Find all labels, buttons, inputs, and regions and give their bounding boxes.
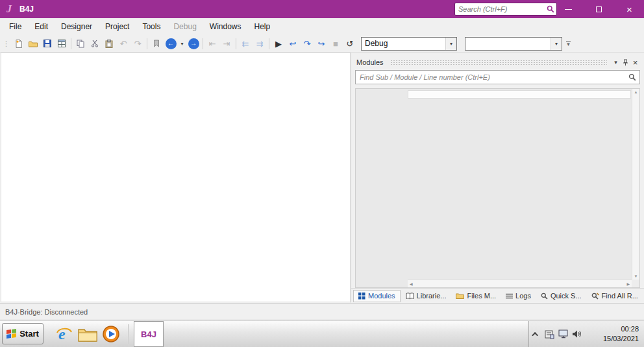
tab-label: Find All R... <box>602 292 638 300</box>
display-icon[interactable] <box>556 328 570 341</box>
panel-menu-button[interactable]: ▾ <box>611 58 621 67</box>
close-button[interactable]: × <box>615 0 644 18</box>
menu-project[interactable]: Project <box>99 19 136 34</box>
cut-button[interactable] <box>88 36 102 51</box>
menu-designer[interactable]: Designer <box>55 19 99 34</box>
quicklaunch-internet-explorer[interactable]: e <box>53 322 76 346</box>
tab-label: Librarie... <box>417 292 447 300</box>
maximize-button[interactable] <box>584 0 613 18</box>
minimize-button[interactable] <box>554 0 583 18</box>
show-hidden-icons-button[interactable] <box>529 328 543 341</box>
tray-app-icon[interactable] <box>543 328 556 341</box>
toolbar: ⋮ ↶ ↷ ← ▾ → ⇤ ⇥ ⇇ ⇉ ▶ ↩ ↷ ↪ ■ ↺ <box>0 35 644 53</box>
media-player-icon <box>102 325 120 343</box>
toolbar-overflow-button[interactable]: ▾ <box>566 41 571 46</box>
copy-button[interactable] <box>73 36 88 51</box>
menu-tools[interactable]: Tools <box>136 19 167 34</box>
quicklaunch-file-explorer[interactable] <box>76 322 99 346</box>
start-button[interactable]: Start <box>2 323 43 344</box>
open-project-button[interactable] <box>26 36 40 51</box>
modules-search-icon[interactable] <box>625 73 639 81</box>
indent-decrease-button: ⇤ <box>205 36 219 51</box>
taskbar-clock[interactable]: 00:28 15/03/2021 <box>603 324 644 344</box>
global-search-input[interactable] <box>455 5 545 13</box>
new-project-button[interactable] <box>12 36 26 51</box>
build-configuration-value: Debug <box>362 39 445 48</box>
step-out-button[interactable]: ↪ <box>314 36 328 51</box>
modules-search-box <box>355 70 640 84</box>
pin-icon <box>623 59 628 66</box>
navigate-forward-button[interactable]: → <box>186 36 201 51</box>
pin-button[interactable] <box>621 58 630 67</box>
libraries-book-icon <box>406 293 414 300</box>
panel-close-button[interactable]: × <box>630 58 640 67</box>
grid-icon <box>58 40 66 47</box>
files-folder-icon <box>456 293 464 299</box>
menu-debug: Debug <box>167 19 203 34</box>
combo-dropdown-icon[interactable]: ▾ <box>551 38 562 50</box>
menubar: File Edit Designer Project Tools Debug W… <box>0 18 644 35</box>
secondary-combo[interactable]: ▾ <box>465 37 562 51</box>
menu-help[interactable]: Help <box>248 19 277 34</box>
modules-panel: Modules ▾ × ▲ ▼ ◀ ▶ <box>351 53 644 303</box>
internet-explorer-icon: e <box>55 325 73 343</box>
find-all-references-icon <box>591 293 599 300</box>
start-label: Start <box>19 329 39 339</box>
menu-edit[interactable]: Edit <box>28 19 55 34</box>
taskbar-button-b4j[interactable]: B4J <box>134 321 164 347</box>
modules-empty-row <box>408 90 631 99</box>
clock-date: 15/03/2021 <box>603 334 639 344</box>
quicklaunch-media-player[interactable] <box>99 322 123 346</box>
tab-files-manager[interactable]: Files M... <box>451 290 501 302</box>
paste-button[interactable] <box>102 36 116 51</box>
scroll-up-icon[interactable]: ▲ <box>632 89 640 95</box>
scroll-right-icon[interactable]: ▶ <box>625 280 632 287</box>
modules-panel-title: Modules <box>356 58 384 66</box>
navigate-back-button[interactable]: ← <box>164 36 178 51</box>
task-button-label: B4J <box>141 329 156 339</box>
combo-dropdown-icon[interactable]: ▾ <box>445 38 456 50</box>
forward-circle-icon: → <box>188 38 199 49</box>
vertical-scrollbar[interactable]: ▲ ▼ <box>632 89 639 280</box>
close-icon: × <box>626 5 632 14</box>
toolbar-grip[interactable]: ⋮ <box>3 40 10 48</box>
modules-tree-area[interactable]: ▲ ▼ ◀ ▶ <box>355 88 640 288</box>
save-icon <box>43 40 51 47</box>
tab-libraries[interactable]: Librarie... <box>401 290 451 302</box>
menu-file[interactable]: File <box>3 19 28 34</box>
bridge-status-text: B4J-Bridge: Disconnected <box>5 308 88 316</box>
tab-find-all-references[interactable]: Find All R... <box>587 290 643 302</box>
modules-grid-button[interactable] <box>55 36 69 51</box>
rebuild-button[interactable]: ↺ <box>343 36 357 51</box>
panel-drag-texture[interactable] <box>390 60 607 66</box>
open-folder-icon <box>29 40 38 47</box>
tab-label: Files M... <box>467 292 496 300</box>
maximize-icon <box>596 6 602 12</box>
bookmark-button[interactable] <box>149 36 164 51</box>
tab-quick-search[interactable]: Quick S... <box>536 290 586 302</box>
volume-icon[interactable] <box>570 328 584 341</box>
horizontal-scrollbar[interactable]: ◀ ▶ <box>408 280 632 287</box>
save-button[interactable] <box>40 36 55 51</box>
explorer-folder-icon <box>78 326 97 342</box>
code-editor-area[interactable] <box>1 53 351 302</box>
titlebar: J B4J × <box>0 0 644 18</box>
system-tray: 00:28 15/03/2021 <box>528 321 644 347</box>
step-into-button[interactable]: ↩ <box>286 36 300 51</box>
back-history-dropdown[interactable]: ▾ <box>178 36 186 51</box>
tab-modules[interactable]: Modules <box>353 290 401 302</box>
window-title: B4J <box>19 5 34 14</box>
overflow-chevron-icon: ▾ <box>567 43 570 46</box>
step-over-button[interactable]: ↷ <box>300 36 314 51</box>
build-configuration-combo[interactable]: Debug ▾ <box>361 37 457 51</box>
uncomment-button: ⇉ <box>253 36 267 51</box>
scroll-down-icon[interactable]: ▼ <box>632 273 640 280</box>
copy-icon <box>77 40 84 48</box>
menu-windows[interactable]: Windows <box>203 19 248 34</box>
scroll-left-icon[interactable]: ◀ <box>408 280 415 287</box>
bookmark-icon <box>153 40 160 47</box>
toolbar-separator <box>147 38 147 49</box>
modules-search-input[interactable] <box>356 73 625 81</box>
tab-logs[interactable]: Logs <box>501 290 536 302</box>
run-button[interactable]: ▶ <box>271 36 286 51</box>
